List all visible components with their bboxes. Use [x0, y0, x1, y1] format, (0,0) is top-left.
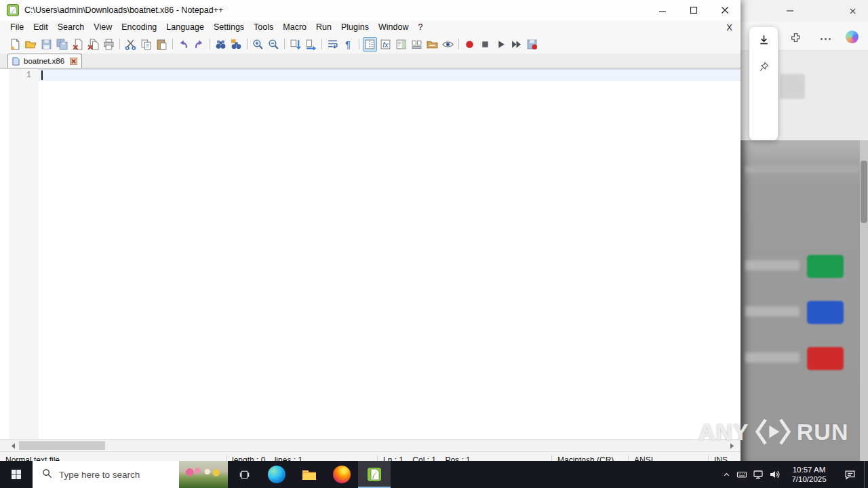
sync-scroll-horizontal-icon[interactable] [304, 37, 318, 52]
macro-play-icon[interactable] [494, 37, 508, 52]
menu-encoding[interactable]: Encoding [117, 20, 161, 35]
npp-menubar: FileEditSearchViewEncodingLanguageSettin… [0, 20, 741, 35]
page-button-blue[interactable] [807, 301, 844, 324]
close-file-icon[interactable] [71, 37, 85, 52]
edge-downloads-flyout [749, 27, 778, 140]
taskbar: Type here to search [0, 461, 868, 488]
edge-page-content [741, 140, 868, 461]
replace-icon[interactable] [229, 37, 243, 52]
sync-scroll-vertical-icon[interactable] [288, 37, 302, 52]
scroll-left-arrow-icon[interactable] [8, 440, 18, 451]
show-indent-guide-icon[interactable] [363, 37, 377, 52]
redo-icon[interactable] [192, 37, 206, 52]
menu-macro[interactable]: Macro [278, 20, 311, 35]
scrollbar-thumb[interactable] [19, 441, 105, 450]
close-all-icon[interactable] [86, 37, 100, 52]
more-icon[interactable] [818, 31, 833, 46]
blurred-text-row [745, 352, 800, 363]
text-content[interactable] [39, 68, 741, 439]
page-button-green[interactable] [807, 255, 844, 278]
monitoring-icon[interactable] [441, 37, 455, 52]
menu-settings[interactable]: Settings [209, 20, 249, 35]
touch-keyboard-tray-button[interactable] [734, 461, 750, 488]
open-file-icon[interactable] [24, 37, 38, 52]
edge-browser-window [741, 0, 868, 461]
document-icon [12, 57, 20, 66]
minimize-button[interactable] [647, 0, 678, 20]
horizontal-scrollbar[interactable] [0, 439, 741, 451]
taskbar-firefox-button[interactable] [326, 461, 358, 488]
extensions-icon[interactable] [788, 30, 803, 45]
macro-stop-icon[interactable] [478, 37, 492, 52]
edge-close-button[interactable] [846, 5, 859, 17]
menu-language[interactable]: Language [161, 20, 209, 35]
npp-titlebar: C:\Users\admin\Downloads\boatnet.x86 - N… [0, 0, 741, 20]
menu-search[interactable]: Search [53, 20, 90, 35]
zoom-in-icon[interactable] [251, 37, 265, 52]
folder-as-workspace-icon[interactable] [425, 37, 439, 52]
blurred-element [780, 74, 805, 99]
news-interests-weather-image[interactable] [179, 461, 228, 488]
screen: C:\Users\admin\Downloads\boatnet.x86 - N… [0, 0, 868, 488]
edge-minimize-button[interactable] [784, 5, 796, 17]
find-icon[interactable] [214, 37, 228, 52]
menu-tools[interactable]: Tools [249, 20, 278, 35]
menu-help[interactable]: ? [413, 20, 427, 35]
word-wrap-icon[interactable] [326, 37, 340, 52]
show-all-characters-icon[interactable]: ¶ [341, 37, 355, 52]
tab-boatnet[interactable]: boatnet.x86 [7, 54, 82, 68]
clock-date: 7/10/2025 [783, 474, 835, 484]
macro-run-multiple-icon[interactable] [509, 37, 524, 52]
menu-plugins[interactable]: Plugins [336, 20, 374, 35]
npp-tabbar: boatnet.x86 [0, 54, 741, 68]
editor-area[interactable]: 1 [0, 68, 741, 439]
tray-expand-button[interactable] [719, 461, 734, 488]
toolbar-separator [458, 39, 459, 49]
start-button[interactable] [0, 461, 33, 488]
print-icon[interactable] [102, 37, 116, 52]
text-caret [41, 70, 43, 80]
zoom-out-icon[interactable] [267, 37, 281, 52]
action-center-icon [844, 469, 856, 481]
copy-icon[interactable] [139, 37, 153, 52]
line-number-gutter: 1 [9, 68, 39, 439]
function-list-icon[interactable]: fx [378, 37, 393, 52]
page-button-red[interactable] [807, 347, 844, 370]
task-view-button[interactable] [228, 461, 260, 488]
cut-icon[interactable] [123, 37, 138, 52]
save-all-icon[interactable] [55, 37, 69, 52]
save-file-icon[interactable] [39, 37, 54, 52]
taskbar-clock[interactable]: 10:57 AM 7/10/2025 [783, 461, 835, 488]
menu-view[interactable]: View [89, 20, 117, 35]
menubar-close-label[interactable]: X [726, 22, 741, 33]
menu-file[interactable]: File [5, 20, 28, 35]
restore-button[interactable] [678, 0, 709, 20]
edge-scrollbar-thumb[interactable] [861, 161, 867, 223]
toolbar-separator [321, 39, 322, 49]
copilot-icon[interactable] [844, 29, 859, 44]
taskbar-edge-button[interactable] [260, 461, 293, 488]
taskbar-notepadpp-button[interactable] [358, 461, 391, 488]
network-tray-button[interactable] [750, 461, 766, 488]
taskbar-file-explorer-button[interactable] [293, 461, 326, 488]
pin-icon[interactable] [757, 60, 770, 73]
menu-edit[interactable]: Edit [28, 20, 53, 35]
edge-page-scrollbar[interactable] [860, 140, 868, 461]
undo-icon[interactable] [176, 37, 191, 52]
new-file-icon[interactable] [8, 37, 22, 52]
show-desktop-button[interactable] [864, 461, 868, 488]
menu-run[interactable]: Run [311, 20, 336, 35]
macro-save-icon[interactable] [525, 37, 539, 52]
download-arrow-icon[interactable] [757, 33, 770, 46]
menu-window[interactable]: Window [374, 20, 413, 35]
taskbar-search-box[interactable]: Type here to search [33, 461, 228, 488]
action-center-button[interactable] [835, 461, 864, 488]
volume-tray-button[interactable] [766, 461, 783, 488]
macro-record-icon[interactable] [462, 37, 477, 52]
paste-icon[interactable] [155, 37, 169, 52]
close-button[interactable] [709, 0, 741, 20]
line-number: 1 [26, 70, 31, 80]
document-map-icon[interactable] [394, 37, 408, 52]
tab-close-icon[interactable] [69, 57, 77, 65]
document-list-icon[interactable] [410, 37, 424, 52]
